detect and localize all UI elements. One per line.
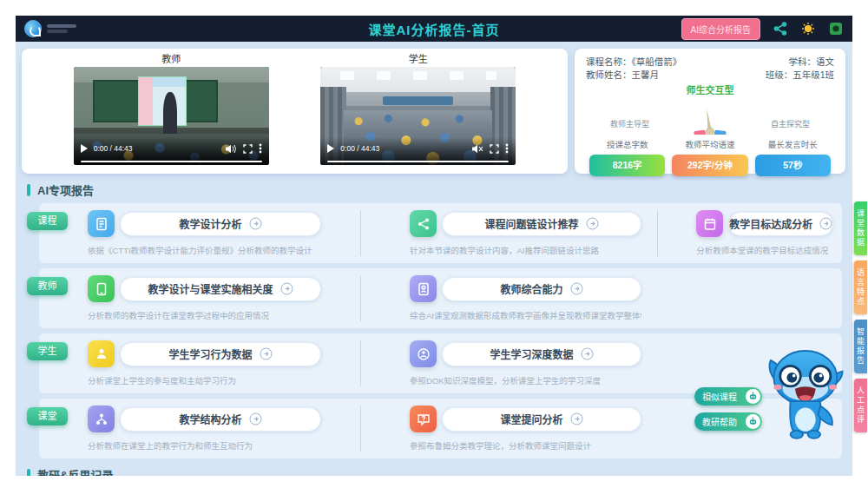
- arrow-circle-icon: [570, 412, 583, 425]
- robot-mascot[interactable]: [760, 346, 847, 446]
- section-accent-bar: [27, 469, 30, 477]
- theme-sun-icon[interactable]: [800, 21, 816, 36]
- section-accent-bar: [27, 184, 30, 196]
- tablet-icon: [88, 275, 115, 302]
- side-tab-smart-report[interactable]: 智能报告: [854, 320, 867, 373]
- volume-muted-icon[interactable]: [472, 144, 483, 154]
- interaction-gauge: 师生交互型 教师主导型: [586, 82, 834, 135]
- row-tag-teacher: 教师: [27, 277, 68, 295]
- teacher-video-time: 0:00 / 44:43: [94, 144, 133, 153]
- question-icon: [410, 406, 437, 432]
- fullscreen-video-icon[interactable]: [243, 144, 253, 154]
- research-help-button[interactable]: 教研帮助: [694, 412, 762, 431]
- section-ai-reports-title: AI专项报告: [37, 181, 94, 198]
- stat-speech-rate: 教师平均语速 292字/分钟: [668, 138, 751, 176]
- section-ai-reports-header: AI专项报告: [27, 181, 845, 198]
- side-tab-classroom-data[interactable]: 课堂数据: [854, 201, 867, 255]
- brand-logo: [24, 20, 76, 37]
- brand-logo-icon: [24, 20, 42, 37]
- student-video-player[interactable]: 0:00 / 44:43: [320, 67, 516, 165]
- report-card-desc: 分析教师的教学设计在课堂教学过程中的应用情况: [88, 309, 345, 321]
- course-info-panel: 课程名称：《草船借箭》 教师姓名：王馨月 学科：语文 班级：五年级1班 师生交互…: [575, 49, 845, 174]
- report-card-desc: 综合AI课堂观测数据形成教师教学画像并呈现教师课堂教学整体情况: [410, 309, 641, 321]
- fullscreen-icon[interactable]: [828, 21, 844, 36]
- mini-robot-icon: [746, 389, 760, 404]
- row-tag-student: 学生: [27, 342, 68, 360]
- report-card-student-depth-data[interactable]: 学生学习深度数据: [442, 342, 641, 366]
- report-card-desc: 参照DOK知识深度模型，分析课堂上学生的学习深度: [410, 374, 641, 386]
- play-icon[interactable]: [327, 144, 334, 153]
- arrow-circle-icon: [819, 217, 832, 230]
- play-icon[interactable]: [81, 144, 88, 153]
- report-card-desc: 针对本节课的教学设计内容，AI推荐问题链设计思路: [410, 244, 641, 256]
- student-video-label: 学生: [320, 53, 516, 67]
- top-header: 课堂AI分析报告-首页 AI综合分析报告: [16, 16, 852, 42]
- teacher-video-label: 教师: [74, 53, 269, 67]
- mini-robot-icon: [746, 414, 760, 429]
- section-records-title: 教研&反思记录: [37, 466, 113, 476]
- course-name-row: 课程名称：《草船借箭》: [586, 56, 681, 69]
- gauge-dial-icon: [653, 96, 767, 135]
- report-card-design-implementation-correlation[interactable]: 教学设计与课堂实施相关度: [120, 277, 321, 301]
- teacher-video-player[interactable]: 0:00 / 44:43: [74, 67, 269, 165]
- document-icon: [88, 210, 115, 237]
- arrow-circle-icon: [249, 217, 262, 230]
- report-card-desc: 依据《CTTI教师教学设计能力评价量规》分析教师的教学设计: [88, 244, 345, 256]
- page-title: 课堂AI分析报告-首页: [369, 20, 500, 38]
- subject-value: 语文: [816, 56, 834, 67]
- arrow-circle-icon: [249, 412, 262, 425]
- subject-row: 学科：语文: [766, 56, 834, 69]
- report-card-desc: 分析教师在课堂上的教学行为和师生互动行为: [88, 439, 345, 452]
- arrow-circle-icon: [581, 347, 594, 360]
- structure-icon: [88, 406, 115, 432]
- class-value: 五年级1班: [792, 69, 834, 80]
- chain-icon: [410, 210, 437, 237]
- side-tab-language-features[interactable]: 语言特点: [854, 260, 867, 314]
- stat-speech-rate-value: 292字/分钟: [672, 155, 747, 176]
- report-card-question-chain-recommend[interactable]: 课程问题链设计推荐: [442, 212, 641, 236]
- kebab-menu-icon[interactable]: [505, 143, 509, 154]
- assistant-widget: 相似课程 教研帮助: [694, 346, 847, 446]
- teacher-name-row: 教师姓名：王馨月: [586, 69, 681, 82]
- report-card-teacher-overall-ability[interactable]: 教师综合能力: [442, 277, 641, 301]
- report-card-student-behavior-data[interactable]: 学生学习行为数据: [120, 342, 321, 366]
- volume-icon[interactable]: [226, 144, 237, 154]
- report-card-teaching-structure-analysis[interactable]: 教学结构分析: [120, 407, 321, 432]
- ai-综合-report-button[interactable]: AI综合分析报告: [681, 18, 760, 40]
- teacher-video-progressbar[interactable]: [81, 161, 262, 163]
- gauge-title: 师生交互型: [586, 82, 834, 96]
- side-tab-manual-review[interactable]: 人工点评: [854, 379, 867, 432]
- report-row-course: 课程 教学设计分析 依据《CTTI教师教学设计能力评价量规》分析教师的教学设计: [39, 203, 842, 263]
- section-records-header: 教研&反思记录: [27, 466, 845, 476]
- report-card-classroom-questioning-analysis[interactable]: 课堂提问分析: [442, 407, 641, 432]
- class-row: 班级：五年级1班: [766, 69, 834, 82]
- arrow-circle-icon: [280, 282, 293, 295]
- stat-longest-speech-value: 57秒: [755, 155, 831, 176]
- course-name-value: 《草船借箭》: [632, 56, 682, 67]
- student-video-time: 0:00 / 44:43: [340, 144, 379, 153]
- report-row-teacher: 教师 教学设计与课堂实施相关度 分析教师的教学设计在课堂教学过程中的应用情况: [39, 268, 842, 328]
- teacher-name-value: 王馨月: [632, 69, 660, 80]
- video-panel: 教师 0:00 / 44:43: [22, 49, 568, 174]
- stat-total-words: 授课总字数 8216字: [586, 138, 668, 176]
- student-video-progressbar[interactable]: [327, 161, 509, 163]
- report-card-desc: 分析课堂上学生的参与度和主动学习行为: [88, 374, 345, 386]
- report-card-goal-achievement-analysis[interactable]: 教学目标达成分析: [728, 212, 833, 236]
- brand-logo-text: [47, 23, 76, 35]
- row-tag-classroom: 课堂: [27, 407, 68, 425]
- arrow-circle-icon: [570, 282, 583, 295]
- report-card-desc: 分析教师本堂课的教学目标达成情况: [696, 244, 833, 256]
- student-icon: [88, 340, 115, 367]
- similar-courses-button[interactable]: 相似课程: [694, 387, 762, 406]
- side-tab-strip: 课堂数据 语言特点 智能报告 人工点评: [854, 201, 867, 432]
- arrow-circle-icon: [586, 217, 599, 230]
- profile-doc-icon: [410, 275, 437, 302]
- gauge-right-label: 自主探究型: [771, 118, 810, 135]
- depth-icon: [410, 340, 437, 367]
- calendar-icon: [696, 210, 723, 237]
- row-tag-course: 课程: [27, 212, 68, 230]
- fullscreen-video-icon[interactable]: [490, 144, 499, 154]
- share-network-icon[interactable]: [773, 21, 788, 36]
- report-card-teaching-design-analysis[interactable]: 教学设计分析: [120, 212, 321, 236]
- kebab-menu-icon[interactable]: [259, 143, 262, 154]
